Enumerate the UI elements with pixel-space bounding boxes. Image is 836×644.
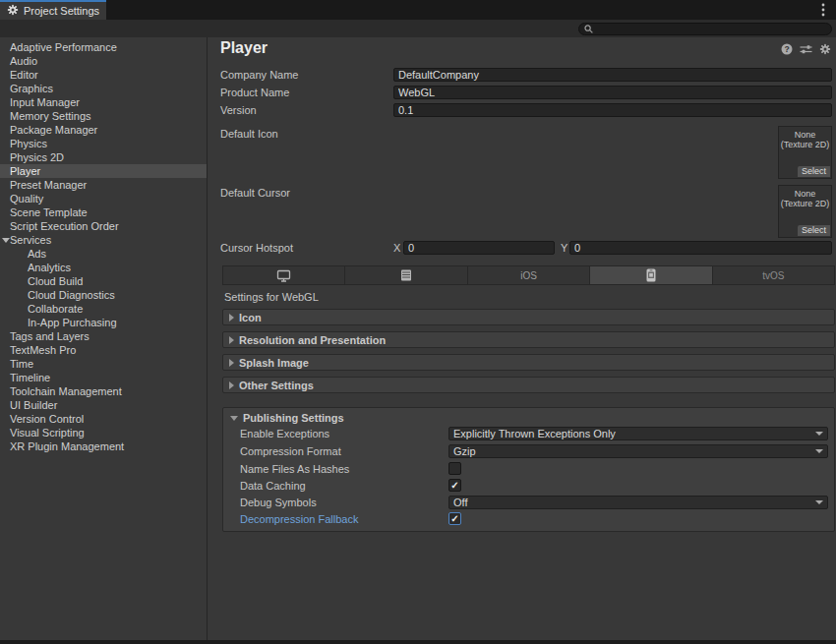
sidebar-item-tags-and-layers[interactable]: Tags and Layers <box>0 329 207 343</box>
sidebar-item-label: Tags and Layers <box>10 330 90 342</box>
default-icon-type: (Texture 2D) <box>779 140 831 149</box>
sidebar-item-cloud-diagnostics[interactable]: Cloud Diagnostics <box>0 288 207 302</box>
sidebar-item-toolchain-management[interactable]: Toolchain Management <box>0 384 207 398</box>
sidebar-item-label: Player <box>10 165 40 177</box>
cursor-hotspot-label: Cursor Hotspot <box>220 241 293 255</box>
decompression-fallback-label: Decompression Fallback <box>240 512 358 526</box>
default-cursor-none: None <box>779 189 831 199</box>
window-bottom-edge <box>0 640 836 644</box>
sidebar-item-label: Services <box>10 234 51 246</box>
data-caching-label: Data Caching <box>240 479 306 493</box>
tab-label: Project Settings <box>24 5 99 17</box>
platform-tab-tvos[interactable]: tvOS <box>713 266 834 284</box>
platform-tab-webgl[interactable] <box>590 266 712 284</box>
publishing-settings-title: Publishing Settings <box>243 412 344 424</box>
name-files-as-hashes-checkbox[interactable] <box>448 462 461 475</box>
section-resolution-and-presentation[interactable]: Resolution and Presentation <box>222 331 835 348</box>
sidebar-item-preset-manager[interactable]: Preset Manager <box>0 178 207 192</box>
sidebar-item-ui-builder[interactable]: UI Builder <box>0 398 207 412</box>
project-settings-gear-icon <box>7 4 19 18</box>
sidebar-item-scene-template[interactable]: Scene Template <box>0 205 207 219</box>
hotspot-x-input[interactable] <box>403 241 555 255</box>
company-name-input[interactable] <box>393 68 832 82</box>
default-icon-picker[interactable]: None (Texture 2D) Select <box>778 126 832 179</box>
sidebar-item-timeline[interactable]: Timeline <box>0 371 207 384</box>
sidebar-item-label: Ads <box>28 248 46 260</box>
sidebar-item-label: Quality <box>10 193 43 205</box>
sidebar-item-in-app-purchasing[interactable]: In-App Purchasing <box>0 316 207 329</box>
enable-exceptions-dropdown[interactable]: Explicitly Thrown Exceptions Only <box>448 427 828 440</box>
sidebar-item-physics-2d[interactable]: Physics 2D <box>0 150 207 164</box>
settings-sidebar: Adaptive PerformanceAudioEditorGraphicsI… <box>0 37 208 640</box>
section-icon[interactable]: Icon <box>222 309 835 325</box>
sidebar-item-xr-plugin-management[interactable]: XR Plugin Management <box>0 439 207 453</box>
sidebar-item-label: Adaptive Performance <box>10 41 117 53</box>
default-icon-select-button[interactable]: Select <box>798 166 830 177</box>
sidebar-item-visual-scripting[interactable]: Visual Scripting <box>0 426 207 439</box>
tab-project-settings[interactable]: Project Settings <box>0 0 106 20</box>
help-icon[interactable]: ? <box>781 43 793 55</box>
foldout-collapsed-icon <box>229 314 234 322</box>
player-settings-panel: Player ? Company Name Product Name Versi… <box>209 37 836 640</box>
sidebar-item-cloud-build[interactable]: Cloud Build <box>0 274 207 288</box>
settings-for-header: Settings for WebGL <box>224 291 319 303</box>
search-input[interactable] <box>597 24 826 34</box>
sidebar-item-version-control[interactable]: Version Control <box>0 412 207 426</box>
platform-tab-ios[interactable]: iOS <box>468 266 590 284</box>
decompression-fallback-checkbox[interactable]: ✓ <box>448 512 461 525</box>
sidebar-item-adaptive-performance[interactable]: Adaptive Performance <box>0 40 207 54</box>
sidebar-item-player[interactable]: Player <box>0 164 207 178</box>
sidebar-item-label: Visual Scripting <box>10 427 85 439</box>
server-icon <box>400 269 412 281</box>
sidebar-item-package-manager[interactable]: Package Manager <box>0 123 207 137</box>
foldout-collapsed-icon <box>229 336 234 344</box>
sidebar-item-textmesh-pro[interactable]: TextMesh Pro <box>0 343 207 357</box>
section-other-settings[interactable]: Other Settings <box>222 377 835 393</box>
gear-icon[interactable] <box>819 43 831 55</box>
sidebar-item-input-manager[interactable]: Input Manager <box>0 95 207 109</box>
sidebar-item-analytics[interactable]: Analytics <box>0 261 207 274</box>
foldout-expanded-icon[interactable] <box>2 238 10 243</box>
hotspot-y-input[interactable] <box>569 241 832 255</box>
version-input[interactable] <box>393 103 832 117</box>
platform-tab-standalone[interactable] <box>223 266 345 284</box>
data-caching-checkbox[interactable]: ✓ <box>448 479 461 492</box>
sidebar-item-label: Preset Manager <box>10 179 87 191</box>
kebab-menu-icon[interactable] <box>819 3 827 17</box>
company-name-label: Company Name <box>220 68 298 82</box>
sidebar-item-time[interactable]: Time <box>0 357 207 371</box>
sidebar-item-physics[interactable]: Physics <box>0 137 207 150</box>
section-splash-image[interactable]: Splash Image <box>222 354 835 371</box>
sidebar-item-label: In-App Purchasing <box>28 317 117 328</box>
sidebar-item-graphics[interactable]: Graphics <box>0 82 207 95</box>
default-cursor-label: Default Cursor <box>220 186 290 200</box>
dropdown-value: Gzip <box>453 445 476 457</box>
product-name-input[interactable] <box>393 86 832 99</box>
section-publishing-settings: Publishing Settings Enable ExceptionsExp… <box>222 407 835 532</box>
platform-tab-bar: iOStvOS <box>222 265 835 285</box>
chevron-down-icon <box>815 432 823 436</box>
sidebar-item-label: Editor <box>10 69 38 81</box>
preset-icon[interactable] <box>800 43 812 55</box>
name-files-as-hashes-label: Name Files As Hashes <box>240 462 349 476</box>
foldout-collapsed-icon <box>229 359 234 367</box>
publishing-settings-foldout[interactable]: Publishing Settings <box>230 411 344 425</box>
sidebar-item-collaborate[interactable]: Collaborate <box>0 302 207 316</box>
section-title: Splash Image <box>239 357 309 369</box>
search-box[interactable] <box>578 23 832 35</box>
sidebar-item-quality[interactable]: Quality <box>0 192 207 205</box>
default-cursor-select-button[interactable]: Select <box>798 225 830 236</box>
sidebar-item-ads[interactable]: Ads <box>0 247 207 261</box>
sidebar-item-audio[interactable]: Audio <box>0 54 207 68</box>
default-cursor-picker[interactable]: None (Texture 2D) Select <box>778 185 832 238</box>
chevron-down-icon <box>815 500 823 504</box>
sidebar-item-memory-settings[interactable]: Memory Settings <box>0 109 207 123</box>
debug-symbols-dropdown[interactable]: Off <box>448 496 828 509</box>
sidebar-item-editor[interactable]: Editor <box>0 68 207 82</box>
sidebar-item-script-execution-order[interactable]: Script Execution Order <box>0 219 207 233</box>
sidebar-item-label: Cloud Build <box>28 275 83 287</box>
sidebar-item-label: Toolchain Management <box>10 385 122 397</box>
sidebar-item-services[interactable]: Services <box>0 233 207 247</box>
compression-format-dropdown[interactable]: Gzip <box>448 444 828 458</box>
platform-tab-dedicated-server[interactable] <box>345 266 467 284</box>
